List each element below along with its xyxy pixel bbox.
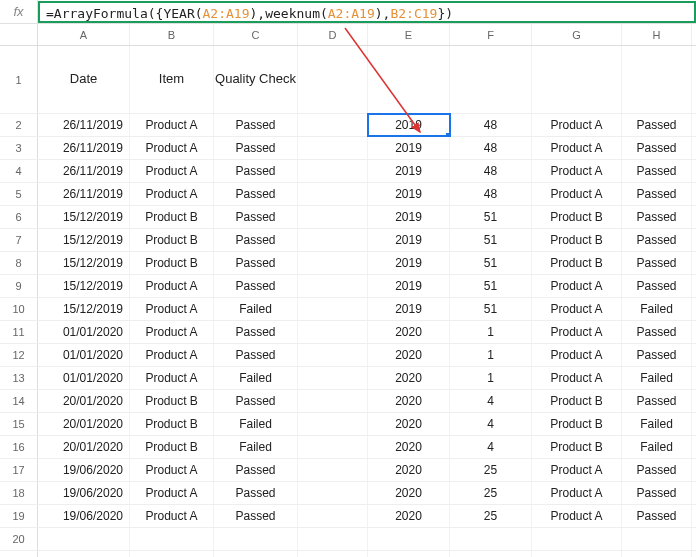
row-header-6[interactable]: 6 — [0, 206, 38, 228]
cell-F19[interactable]: 25 — [450, 505, 532, 527]
cell-H12[interactable]: Passed — [622, 344, 692, 366]
cell-G18[interactable]: Product A — [532, 482, 622, 504]
cell-C6[interactable]: Passed — [214, 206, 298, 228]
cell-H8[interactable]: Passed — [622, 252, 692, 274]
cell-F20[interactable] — [450, 528, 532, 550]
cell-F11[interactable]: 1 — [450, 321, 532, 343]
cell-B21[interactable] — [130, 551, 214, 557]
cell-C18[interactable]: Passed — [214, 482, 298, 504]
cell-G4[interactable]: Product A — [532, 160, 622, 182]
cell-G20[interactable] — [532, 528, 622, 550]
cell-D12[interactable] — [298, 344, 368, 366]
cell-D21[interactable] — [298, 551, 368, 557]
cell-H1[interactable] — [622, 46, 692, 113]
cell-C19[interactable]: Passed — [214, 505, 298, 527]
cell-B17[interactable]: Product A — [130, 459, 214, 481]
row-header-21[interactable]: 21 — [0, 551, 38, 557]
cell-A3[interactable]: 26/11/2019 — [38, 137, 130, 159]
cell-B1[interactable]: Item — [130, 46, 214, 113]
cell-D11[interactable] — [298, 321, 368, 343]
cell-C13[interactable]: Failed — [214, 367, 298, 389]
cell-H19[interactable]: Passed — [622, 505, 692, 527]
cell-F17[interactable]: 25 — [450, 459, 532, 481]
cell-A15[interactable]: 20/01/2020 — [38, 413, 130, 435]
cell-F13[interactable]: 1 — [450, 367, 532, 389]
cell-C7[interactable]: Passed — [214, 229, 298, 251]
cell-G15[interactable]: Product B — [532, 413, 622, 435]
cell-E8[interactable]: 2019 — [368, 252, 450, 274]
row-header-10[interactable]: 10 — [0, 298, 38, 320]
cell-F9[interactable]: 51 — [450, 275, 532, 297]
col-header-H[interactable]: H — [622, 24, 692, 45]
cell-C1[interactable]: Quality Check — [214, 46, 298, 113]
cell-C16[interactable]: Failed — [214, 436, 298, 458]
cell-A19[interactable]: 19/06/2020 — [38, 505, 130, 527]
cell-H14[interactable]: Passed — [622, 390, 692, 412]
cell-G16[interactable]: Product B — [532, 436, 622, 458]
cell-E5[interactable]: 2019 — [368, 183, 450, 205]
cell-B14[interactable]: Product B — [130, 390, 214, 412]
formula-input[interactable]: =ArrayFormula({YEAR(A2:A19),weeknum(A2:A… — [38, 1, 696, 23]
cell-A21[interactable] — [38, 551, 130, 557]
cell-E3[interactable]: 2019 — [368, 137, 450, 159]
cell-F3[interactable]: 48 — [450, 137, 532, 159]
cell-H15[interactable]: Failed — [622, 413, 692, 435]
cell-A16[interactable]: 20/01/2020 — [38, 436, 130, 458]
col-header-C[interactable]: C — [214, 24, 298, 45]
cell-G6[interactable]: Product B — [532, 206, 622, 228]
cell-C9[interactable]: Passed — [214, 275, 298, 297]
cell-F16[interactable]: 4 — [450, 436, 532, 458]
row-header-17[interactable]: 17 — [0, 459, 38, 481]
cell-B3[interactable]: Product A — [130, 137, 214, 159]
cell-D6[interactable] — [298, 206, 368, 228]
cell-F7[interactable]: 51 — [450, 229, 532, 251]
cell-E20[interactable] — [368, 528, 450, 550]
row-header-9[interactable]: 9 — [0, 275, 38, 297]
cell-F6[interactable]: 51 — [450, 206, 532, 228]
cell-G11[interactable]: Product A — [532, 321, 622, 343]
cell-D4[interactable] — [298, 160, 368, 182]
cell-G17[interactable]: Product A — [532, 459, 622, 481]
cell-G12[interactable]: Product A — [532, 344, 622, 366]
cell-F10[interactable]: 51 — [450, 298, 532, 320]
row-header-2[interactable]: 2 — [0, 114, 38, 136]
cell-C12[interactable]: Passed — [214, 344, 298, 366]
cell-B8[interactable]: Product B — [130, 252, 214, 274]
cell-B7[interactable]: Product B — [130, 229, 214, 251]
row-header-14[interactable]: 14 — [0, 390, 38, 412]
cell-A17[interactable]: 19/06/2020 — [38, 459, 130, 481]
cell-H20[interactable] — [622, 528, 692, 550]
cell-G3[interactable]: Product A — [532, 137, 622, 159]
cell-D18[interactable] — [298, 482, 368, 504]
cell-E4[interactable]: 2019 — [368, 160, 450, 182]
cell-F1[interactable] — [450, 46, 532, 113]
row-header-19[interactable]: 19 — [0, 505, 38, 527]
cell-E17[interactable]: 2020 — [368, 459, 450, 481]
cell-B18[interactable]: Product A — [130, 482, 214, 504]
cell-F14[interactable]: 4 — [450, 390, 532, 412]
cell-B15[interactable]: Product B — [130, 413, 214, 435]
cell-B2[interactable]: Product A — [130, 114, 214, 136]
cell-E1[interactable] — [368, 46, 450, 113]
cell-H4[interactable]: Passed — [622, 160, 692, 182]
cell-A7[interactable]: 15/12/2019 — [38, 229, 130, 251]
cell-B19[interactable]: Product A — [130, 505, 214, 527]
cell-E12[interactable]: 2020 — [368, 344, 450, 366]
cell-E16[interactable]: 2020 — [368, 436, 450, 458]
cell-A11[interactable]: 01/01/2020 — [38, 321, 130, 343]
cell-G5[interactable]: Product A — [532, 183, 622, 205]
select-all-corner[interactable] — [0, 24, 38, 45]
cell-G13[interactable]: Product A — [532, 367, 622, 389]
cell-B4[interactable]: Product A — [130, 160, 214, 182]
cell-H5[interactable]: Passed — [622, 183, 692, 205]
cell-C10[interactable]: Failed — [214, 298, 298, 320]
cell-G2[interactable]: Product A — [532, 114, 622, 136]
cell-B10[interactable]: Product A — [130, 298, 214, 320]
cell-A12[interactable]: 01/01/2020 — [38, 344, 130, 366]
row-header-7[interactable]: 7 — [0, 229, 38, 251]
cell-B13[interactable]: Product A — [130, 367, 214, 389]
cell-D17[interactable] — [298, 459, 368, 481]
cell-H10[interactable]: Failed — [622, 298, 692, 320]
cell-E15[interactable]: 2020 — [368, 413, 450, 435]
cell-C3[interactable]: Passed — [214, 137, 298, 159]
